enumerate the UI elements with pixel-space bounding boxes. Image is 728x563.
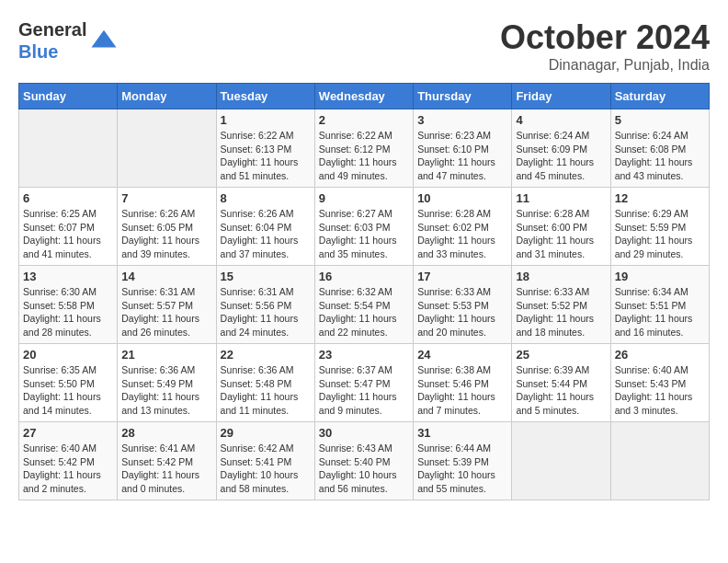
- day-info: Sunrise: 6:39 AM Sunset: 5:44 PM Dayligh…: [516, 363, 606, 418]
- calendar-cell: 17Sunrise: 6:33 AM Sunset: 5:53 PM Dayli…: [414, 266, 512, 344]
- day-info: Sunrise: 6:43 AM Sunset: 5:40 PM Dayligh…: [319, 442, 409, 496]
- day-info: Sunrise: 6:40 AM Sunset: 5:43 PM Dayligh…: [615, 363, 705, 418]
- calendar-cell: 16Sunrise: 6:32 AM Sunset: 5:54 PM Dayli…: [314, 266, 413, 344]
- day-number: 16: [319, 270, 409, 283]
- calendar-table: SundayMondayTuesdayWednesdayThursdayFrid…: [18, 83, 710, 500]
- day-info: Sunrise: 6:32 AM Sunset: 5:54 PM Dayligh…: [319, 285, 409, 339]
- day-number: 28: [121, 426, 211, 440]
- calendar-cell: 19Sunrise: 6:34 AM Sunset: 5:51 PM Dayli…: [610, 266, 709, 344]
- day-info: Sunrise: 6:22 AM Sunset: 6:13 PM Dayligh…: [221, 129, 311, 183]
- day-number: 2: [319, 113, 409, 127]
- header: General Blue October 2024 Dinanagar, Pun…: [18, 18, 710, 74]
- day-info: Sunrise: 6:22 AM Sunset: 6:12 PM Dayligh…: [319, 129, 409, 183]
- day-info: Sunrise: 6:24 AM Sunset: 6:08 PM Dayligh…: [615, 129, 705, 183]
- day-info: Sunrise: 6:36 AM Sunset: 5:49 PM Dayligh…: [121, 363, 211, 418]
- day-number: 6: [23, 191, 113, 205]
- day-info: Sunrise: 6:31 AM Sunset: 5:57 PM Dayligh…: [121, 285, 211, 339]
- calendar-header-monday: Monday: [118, 84, 216, 109]
- calendar-week-4: 20Sunrise: 6:35 AM Sunset: 5:50 PM Dayli…: [19, 344, 710, 422]
- calendar-cell: [610, 422, 709, 500]
- calendar-header-thursday: Thursday: [414, 84, 512, 109]
- day-info: Sunrise: 6:23 AM Sunset: 6:10 PM Dayligh…: [417, 129, 507, 183]
- day-info: Sunrise: 6:28 AM Sunset: 6:02 PM Dayligh…: [417, 207, 507, 261]
- calendar-week-3: 13Sunrise: 6:30 AM Sunset: 5:58 PM Dayli…: [19, 266, 710, 344]
- day-info: Sunrise: 6:30 AM Sunset: 5:58 PM Dayligh…: [23, 285, 113, 339]
- day-number: 1: [221, 113, 311, 127]
- calendar-header-row: SundayMondayTuesdayWednesdayThursdayFrid…: [19, 84, 710, 109]
- calendar-cell: 4Sunrise: 6:24 AM Sunset: 6:09 PM Daylig…: [512, 109, 610, 188]
- svg-marker-0: [92, 30, 117, 48]
- calendar-cell: 21Sunrise: 6:36 AM Sunset: 5:49 PM Dayli…: [118, 344, 216, 422]
- calendar-cell: 23Sunrise: 6:37 AM Sunset: 5:47 PM Dayli…: [314, 344, 413, 422]
- day-info: Sunrise: 6:35 AM Sunset: 5:50 PM Dayligh…: [23, 363, 113, 418]
- calendar-header-wednesday: Wednesday: [314, 84, 413, 109]
- calendar-cell: [118, 109, 216, 188]
- title-area: October 2024 Dinanagar, Punjab, India: [500, 18, 710, 74]
- calendar-cell: 9Sunrise: 6:27 AM Sunset: 6:03 PM Daylig…: [314, 188, 413, 266]
- calendar-cell: 1Sunrise: 6:22 AM Sunset: 6:13 PM Daylig…: [216, 109, 314, 188]
- day-number: 15: [221, 270, 311, 283]
- day-number: 24: [417, 348, 507, 362]
- day-info: Sunrise: 6:33 AM Sunset: 5:53 PM Dayligh…: [417, 285, 507, 339]
- calendar-cell: [512, 422, 610, 500]
- calendar-cell: 28Sunrise: 6:41 AM Sunset: 5:42 PM Dayli…: [118, 422, 216, 500]
- day-number: 20: [23, 348, 113, 362]
- day-number: 29: [221, 426, 311, 440]
- day-number: 25: [516, 348, 606, 362]
- calendar-cell: 29Sunrise: 6:42 AM Sunset: 5:41 PM Dayli…: [216, 422, 314, 500]
- calendar-week-2: 6Sunrise: 6:25 AM Sunset: 6:07 PM Daylig…: [19, 188, 710, 266]
- calendar-cell: 26Sunrise: 6:40 AM Sunset: 5:43 PM Dayli…: [610, 344, 709, 422]
- day-number: 17: [417, 270, 507, 283]
- day-info: Sunrise: 6:44 AM Sunset: 5:39 PM Dayligh…: [417, 442, 507, 496]
- calendar-cell: 8Sunrise: 6:26 AM Sunset: 6:04 PM Daylig…: [216, 188, 314, 266]
- calendar-cell: 2Sunrise: 6:22 AM Sunset: 6:12 PM Daylig…: [314, 109, 413, 188]
- calendar-cell: 22Sunrise: 6:36 AM Sunset: 5:48 PM Dayli…: [216, 344, 314, 422]
- day-number: 27: [23, 426, 113, 440]
- calendar-cell: 13Sunrise: 6:30 AM Sunset: 5:58 PM Dayli…: [19, 266, 118, 344]
- day-number: 11: [516, 191, 606, 205]
- location-title: Dinanagar, Punjab, India: [500, 57, 710, 74]
- calendar-cell: 3Sunrise: 6:23 AM Sunset: 6:10 PM Daylig…: [414, 109, 512, 188]
- calendar-cell: 24Sunrise: 6:38 AM Sunset: 5:46 PM Dayli…: [414, 344, 512, 422]
- calendar-header-saturday: Saturday: [610, 84, 709, 109]
- day-number: 26: [615, 348, 705, 362]
- calendar-cell: 14Sunrise: 6:31 AM Sunset: 5:57 PM Dayli…: [118, 266, 216, 344]
- day-number: 22: [221, 348, 311, 362]
- calendar-cell: 18Sunrise: 6:33 AM Sunset: 5:52 PM Dayli…: [512, 266, 610, 344]
- day-number: 7: [121, 191, 211, 205]
- day-info: Sunrise: 6:33 AM Sunset: 5:52 PM Dayligh…: [516, 285, 606, 339]
- calendar-cell: 11Sunrise: 6:28 AM Sunset: 6:00 PM Dayli…: [512, 188, 610, 266]
- day-info: Sunrise: 6:37 AM Sunset: 5:47 PM Dayligh…: [319, 363, 409, 418]
- calendar-week-5: 27Sunrise: 6:40 AM Sunset: 5:42 PM Dayli…: [19, 422, 710, 500]
- calendar-week-1: 1Sunrise: 6:22 AM Sunset: 6:13 PM Daylig…: [19, 109, 710, 188]
- day-info: Sunrise: 6:28 AM Sunset: 6:00 PM Dayligh…: [516, 207, 606, 261]
- day-number: 8: [221, 191, 311, 205]
- day-number: 9: [319, 191, 409, 205]
- day-number: 31: [417, 426, 507, 440]
- day-number: 12: [615, 191, 705, 205]
- day-number: 23: [319, 348, 409, 362]
- day-number: 3: [417, 113, 507, 127]
- calendar-cell: 15Sunrise: 6:31 AM Sunset: 5:56 PM Dayli…: [216, 266, 314, 344]
- logo: General Blue: [18, 18, 118, 63]
- day-info: Sunrise: 6:24 AM Sunset: 6:09 PM Dayligh…: [516, 129, 606, 183]
- day-info: Sunrise: 6:31 AM Sunset: 5:56 PM Dayligh…: [221, 285, 311, 339]
- day-info: Sunrise: 6:40 AM Sunset: 5:42 PM Dayligh…: [23, 442, 113, 496]
- calendar-cell: 27Sunrise: 6:40 AM Sunset: 5:42 PM Dayli…: [19, 422, 118, 500]
- day-number: 5: [615, 113, 705, 127]
- day-number: 10: [417, 191, 507, 205]
- day-info: Sunrise: 6:27 AM Sunset: 6:03 PM Dayligh…: [319, 207, 409, 261]
- day-info: Sunrise: 6:42 AM Sunset: 5:41 PM Dayligh…: [221, 442, 311, 496]
- day-info: Sunrise: 6:29 AM Sunset: 5:59 PM Dayligh…: [615, 207, 705, 261]
- calendar-header-sunday: Sunday: [19, 84, 118, 109]
- day-number: 14: [121, 270, 211, 283]
- day-number: 4: [516, 113, 606, 127]
- month-title: October 2024: [500, 18, 710, 57]
- calendar-cell: 7Sunrise: 6:26 AM Sunset: 6:05 PM Daylig…: [118, 188, 216, 266]
- day-info: Sunrise: 6:25 AM Sunset: 6:07 PM Dayligh…: [23, 207, 113, 261]
- calendar-cell: 6Sunrise: 6:25 AM Sunset: 6:07 PM Daylig…: [19, 188, 118, 266]
- calendar-cell: 12Sunrise: 6:29 AM Sunset: 5:59 PM Dayli…: [610, 188, 709, 266]
- day-info: Sunrise: 6:41 AM Sunset: 5:42 PM Dayligh…: [121, 442, 211, 496]
- day-number: 13: [23, 270, 113, 283]
- calendar-cell: 20Sunrise: 6:35 AM Sunset: 5:50 PM Dayli…: [19, 344, 118, 422]
